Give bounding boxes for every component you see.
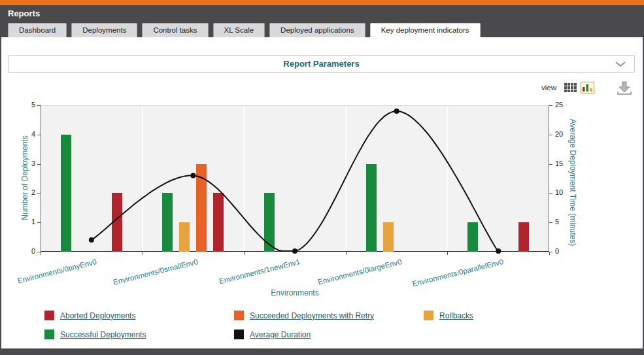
legend-label[interactable]: Aborted Deployments [60,311,135,320]
line-marker [394,109,399,114]
tab-xl-scale[interactable]: XL Scale [213,23,265,37]
right-axis-tick [549,193,552,194]
report-parameters-label: Report Parameters [283,59,359,69]
right-axis-tick-label: 20 [555,130,563,138]
legend-label[interactable]: Succeeded Deployments with Retry [250,311,374,320]
left-axis-tick [37,222,41,223]
right-axis-tick [549,135,552,135]
x-axis-category-label: Environments/1newEnv1 [218,258,301,285]
legend-label[interactable]: Rollbacks [439,311,473,320]
view-controls: view [541,79,634,96]
chevron-down-icon[interactable] [615,61,626,67]
bar-successful-deployments [467,222,478,252]
x-axis-category-label: Environments/0parallelEnv0 [411,258,504,288]
vertical-gridline [345,106,347,251]
tab-bar: DashboardDeploymentsControl tasksXL Scal… [0,22,644,37]
x-axis-category-label: Environments/0largeEnv0 [317,258,403,286]
view-label: view [541,84,556,92]
tab-dashboard[interactable]: Dashboard [8,23,67,37]
right-axis-tick-label: 0 [555,247,559,255]
legend-label[interactable]: Average Duration [250,330,311,339]
x-axis-tick [143,252,143,255]
x-axis-tick [447,252,448,255]
table-view-icon [564,83,577,92]
legend-swatch [234,311,244,320]
left-axis-tick [37,164,41,165]
bar-succeeded-deployments-with-retry [196,164,207,252]
left-axis-tick-label: 2 [9,188,35,196]
legend-swatch [234,330,244,339]
x-axis-category-label: Environments/0tinyEnv0 [16,258,97,285]
legend-item-average-duration: Average Duration [234,330,424,339]
report-parameters-toggle[interactable]: Report Parameters [8,55,635,73]
line-marker [190,173,195,178]
right-axis-tick-label: 5 [555,218,559,226]
tab-key-deployment-indicators[interactable]: Key deployment indicators [370,23,481,37]
left-axis-tick-label: 0 [9,247,35,255]
tab-deployed-applications[interactable]: Deployed applications [269,23,365,37]
bar-successful-deployments [61,135,71,252]
left-axis-title: Number of Deployments [20,112,29,243]
x-axis-tick [41,252,41,255]
left-axis-tick [37,252,41,252]
left-axis-tick-label: 3 [9,160,35,167]
bar-rollbacks [383,222,394,252]
legend-item-rollbacks: Rollbacks [424,311,613,320]
legend-label[interactable]: Successful Deployments [60,330,146,339]
left-axis-tick [37,135,41,135]
right-axis-tick [549,222,552,223]
x-axis-tick [549,252,550,255]
download-report-button[interactable] [617,80,632,95]
bar-rollbacks [179,222,190,252]
line-marker [89,237,94,243]
x-axis-tick [244,252,245,255]
tab-control-tasks[interactable]: Control tasks [142,23,208,37]
vertical-gridline [447,106,448,251]
chart-view-icon [581,82,594,93]
bar-aborted-deployments [112,193,122,252]
vertical-gridline [142,106,143,251]
vertical-gridline [243,106,245,251]
legend-swatch [424,311,433,320]
left-axis-tick-label: 4 [9,130,35,138]
right-axis-tick-label: 25 [555,101,563,109]
line-marker [496,248,501,254]
bar-aborted-deployments [518,222,529,252]
left-axis-tick [37,193,41,194]
legend-item-aborted-deployments: Aborted Deployments [44,311,234,320]
right-axis-tick-label: 10 [555,188,563,196]
table-view-button[interactable] [564,83,577,92]
titlebar: Reports [0,5,644,22]
bar-aborted-deployments [213,193,224,252]
left-axis-tick-label: 5 [9,101,35,109]
right-axis-tick [549,164,552,165]
plot-area [41,105,549,252]
x-axis-tick [346,252,347,255]
bar-successful-deployments [264,193,275,252]
accent-strip [0,0,644,5]
legend-swatch [44,311,54,320]
right-axis-tick [549,252,552,252]
right-axis-tick-label: 15 [555,160,563,167]
bar-successful-deployments [162,193,173,252]
left-axis-tick-label: 1 [9,218,35,226]
legend-item-succeeded-deployments-with-retry: Succeeded Deployments with Retry [234,311,424,320]
tab-deployments[interactable]: Deployments [71,23,137,37]
legend-item-successful-deployments: Successful Deployments [44,330,234,339]
right-axis-title: Average Deployment Time (minutes) [568,104,577,261]
reports-window: Reports DashboardDeploymentsControl task… [0,0,644,355]
x-axis-title: Environments [41,288,549,297]
chart-view-button[interactable] [581,82,594,93]
content: Report Parameters view [1,37,643,348]
legend-swatch [44,330,54,339]
bar-successful-deployments [366,164,377,252]
download-icon [617,80,632,95]
right-axis-tick [549,105,552,106]
left-axis-tick [37,105,41,106]
page-title: Reports [8,8,40,18]
x-axis-category-label: Environments/0smallEnv0 [112,258,199,286]
line-marker [292,248,297,254]
chart-legend: Aborted DeploymentsSucceeded Deployments… [44,311,613,348]
